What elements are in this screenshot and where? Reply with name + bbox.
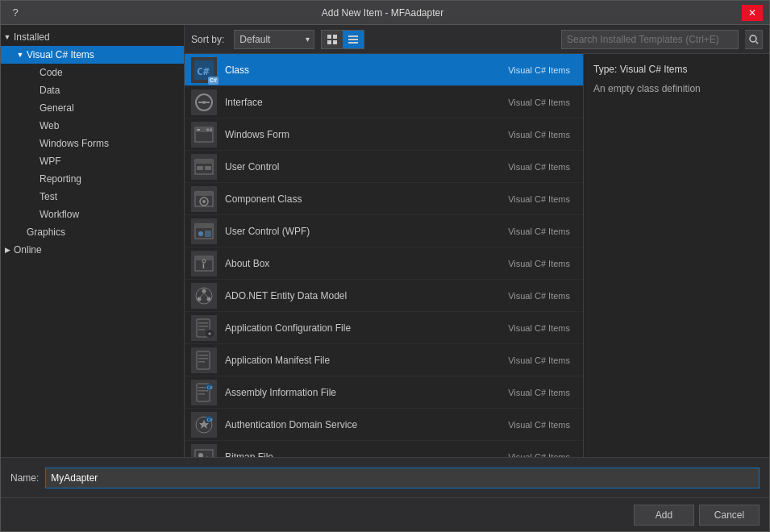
svg-text:C#: C# <box>207 416 214 422</box>
list-item-component-class[interactable]: Component Class Visual C# Items <box>185 183 583 215</box>
interface-category: Visual C# Items <box>508 98 570 107</box>
help-icon[interactable]: ? <box>7 5 23 21</box>
list-view-button[interactable] <box>343 31 364 48</box>
list-item-assembly-info[interactable]: C# Assembly Information File Visual C# I… <box>185 376 583 409</box>
svg-rect-2 <box>327 40 331 44</box>
component-class-name: Component Class <box>225 193 508 205</box>
svg-point-37 <box>202 289 206 293</box>
user-control-wpf-category: Visual C# Items <box>508 227 570 236</box>
about-box-category: Visual C# Items <box>508 259 570 268</box>
sidebar-web-label: Web <box>40 120 184 131</box>
svg-rect-48 <box>198 355 208 356</box>
view-buttons <box>321 30 364 49</box>
sort-by-label: Sort by: <box>191 34 224 45</box>
sidebar-item-web[interactable]: Web <box>1 117 184 135</box>
app-manifest-icon <box>191 347 217 373</box>
svg-rect-19 <box>210 128 212 131</box>
windows-form-icon <box>191 122 217 148</box>
svg-rect-47 <box>197 351 210 369</box>
list-item-app-manifest[interactable]: Application Manifest File Visual C# Item… <box>185 344 583 376</box>
list-item-user-control-wpf[interactable]: User Control (WPF) Visual C# Items <box>185 215 583 247</box>
svg-rect-29 <box>195 224 213 228</box>
auth-domain-icon: C# <box>191 412 217 438</box>
svg-rect-25 <box>195 192 213 196</box>
close-button[interactable]: ✕ <box>742 5 763 21</box>
titlebar-buttons: ✕ <box>742 5 763 21</box>
center-area: C# C# Class Visual C# Items <box>185 54 769 457</box>
svg-rect-0 <box>327 35 331 39</box>
svg-rect-6 <box>348 42 358 44</box>
svg-point-27 <box>202 200 206 203</box>
grid-view-button[interactable] <box>322 31 343 48</box>
sidebar-installed-label: Installed <box>14 31 184 43</box>
windows-form-name: Windows Form <box>225 129 508 140</box>
add-button[interactable]: Add <box>634 505 694 526</box>
sidebar-reporting-label: Reporting <box>40 173 184 185</box>
list-item-auth-domain[interactable]: C# Authentication Domain Service Visual … <box>185 409 583 441</box>
sidebar-item-general[interactable]: General <box>1 99 184 117</box>
sidebar-item-code[interactable]: Code <box>1 64 184 81</box>
sidebar-windows-forms-label: Windows Forms <box>40 138 184 149</box>
list-item-about-box[interactable]: i About Box Visual C# Items <box>185 247 583 280</box>
svg-rect-50 <box>198 361 205 363</box>
sidebar-item-windows-forms[interactable]: Windows Forms <box>1 135 184 152</box>
info-description: An empty class definition <box>593 81 760 96</box>
cancel-button[interactable]: Cancel <box>699 505 760 526</box>
app-manifest-name: Application Manifest File <box>225 355 508 366</box>
list-item-bitmap[interactable]: Bitmap File Visual C# Items <box>185 441 583 457</box>
bitmap-name: Bitmap File <box>225 451 508 458</box>
bitmap-icon <box>191 444 217 458</box>
main-content: ▼ Installed ▼ Visual C# Items Code Data … <box>1 25 769 457</box>
svg-rect-23 <box>205 166 211 170</box>
svg-rect-3 <box>333 40 337 44</box>
svg-text:C#: C# <box>207 384 214 389</box>
app-manifest-category: Visual C# Items <box>508 355 570 365</box>
arrow-icon: ▶ <box>1 246 14 254</box>
sidebar-item-wpf[interactable]: WPF <box>1 152 184 170</box>
assembly-info-name: Assembly Information File <box>225 387 508 398</box>
list-item-user-control[interactable]: User Control Visual C# Items <box>185 151 583 183</box>
svg-rect-54 <box>198 393 205 395</box>
class-name: Class <box>225 64 508 76</box>
sidebar-item-online[interactable]: ▶ Online <box>1 241 184 259</box>
user-control-icon <box>191 154 217 180</box>
sidebar-item-installed[interactable]: ▼ Installed <box>1 28 184 46</box>
items-list[interactable]: C# C# Class Visual C# Items <box>185 54 584 457</box>
sidebar-item-data[interactable]: Data <box>1 81 184 99</box>
list-item-app-config[interactable]: Application Configuration File Visual C#… <box>185 312 583 344</box>
list-item-class[interactable]: C# C# Class Visual C# Items <box>185 54 583 86</box>
assembly-info-category: Visual C# Items <box>508 388 570 397</box>
name-label: Name: <box>10 472 39 484</box>
user-control-wpf-icon <box>191 218 217 244</box>
svg-point-14 <box>202 101 206 104</box>
list-item-interface[interactable]: Interface Visual C# Items <box>185 86 583 118</box>
list-item-ado-entity[interactable]: ADO.NET Entity Data Model Visual C# Item… <box>185 280 583 312</box>
list-item-windows-form[interactable]: Windows Form Visual C# Items <box>185 118 583 151</box>
auth-domain-category: Visual C# Items <box>508 420 570 430</box>
sort-dropdown[interactable]: Default Name Type <box>234 30 314 49</box>
search-input[interactable] <box>561 30 739 49</box>
app-config-name: Application Configuration File <box>225 322 508 334</box>
name-input[interactable] <box>45 468 760 488</box>
about-box-icon: i <box>191 251 217 276</box>
sidebar-item-visual-cs[interactable]: ▼ Visual C# Items <box>1 46 184 64</box>
component-class-icon <box>191 186 217 212</box>
app-config-category: Visual C# Items <box>508 323 570 333</box>
windows-form-category: Visual C# Items <box>508 130 570 139</box>
info-type-prefix: Type: <box>593 64 620 75</box>
sidebar-item-workflow[interactable]: Workflow <box>1 206 184 223</box>
sidebar-workflow-label: Workflow <box>40 209 184 220</box>
info-type: Type: Visual C# Items <box>593 64 760 75</box>
assembly-info-icon: C# <box>191 380 217 405</box>
sidebar-item-reporting[interactable]: Reporting <box>1 170 184 188</box>
search-button[interactable] <box>745 30 763 49</box>
sidebar-item-graphics[interactable]: Graphics <box>1 223 184 241</box>
svg-rect-21 <box>195 160 213 164</box>
interface-icon <box>191 89 217 115</box>
sidebar: ▼ Installed ▼ Visual C# Items Code Data … <box>1 25 185 457</box>
app-config-icon <box>191 315 217 341</box>
svg-point-7 <box>750 35 756 42</box>
sidebar-item-test[interactable]: Test <box>1 188 184 206</box>
svg-rect-45 <box>198 329 205 330</box>
sort-dropdown-wrapper[interactable]: Default Name Type <box>234 30 314 49</box>
